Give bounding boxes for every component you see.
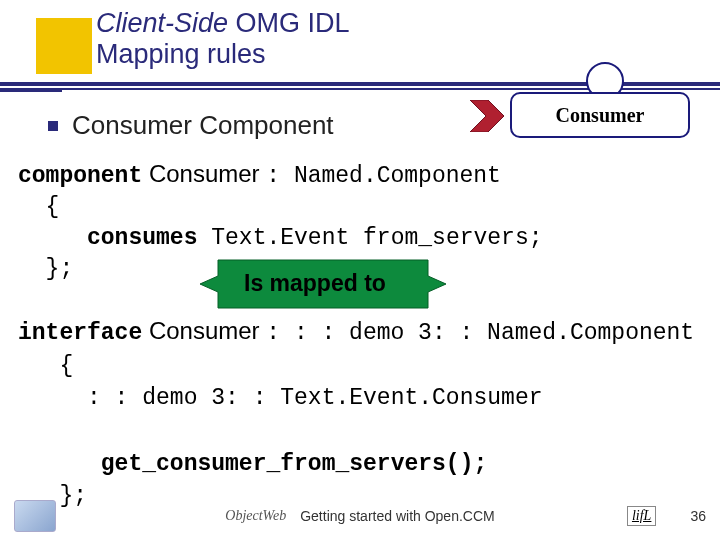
bullet-icon [48, 121, 58, 131]
footer-left [14, 500, 56, 532]
lifl-logo: lifL [627, 506, 656, 526]
code1-l3-rest: Text.Event from_servers; [197, 225, 542, 251]
consumer-receptacle-arrow-icon [470, 100, 506, 132]
title-line2: Mapping rules [96, 39, 266, 69]
svg-marker-0 [470, 100, 504, 132]
code2-l1-rest: : : : demo 3: : Named.Component [266, 320, 694, 346]
objectweb-logo: ObjectWeb [225, 508, 286, 524]
code1-l2: { [18, 194, 59, 220]
code1-name: Consumer [142, 160, 266, 187]
code2-l2: { [18, 353, 73, 379]
footer-logo-icon [14, 500, 56, 532]
slide-title: Client-Side OMG IDL Mapping rules [38, 8, 680, 70]
kw-component: component [18, 163, 142, 189]
consumer-component-label: Consumer [556, 104, 645, 127]
footer-right: lifL 36 [627, 506, 706, 526]
consumer-component-box: Consumer [510, 92, 690, 138]
title-line1-italic: Client-Side [96, 8, 228, 38]
code2-l5: get_consumer_from_servers(); [18, 451, 487, 477]
interface-code-block: interface Consumer : : : demo 3: : Named… [18, 314, 702, 513]
footer-caption: Getting started with Open.CCM [300, 508, 495, 524]
kw-interface: interface [18, 320, 142, 346]
bullet-text: Consumer Component [72, 110, 334, 141]
kw-consumes: consumes [18, 225, 197, 251]
code1-l4: }; [18, 256, 73, 282]
title-block: Client-Side OMG IDL Mapping rules [38, 8, 680, 70]
title-rule-short [0, 90, 62, 92]
slide: Client-Side OMG IDL Mapping rules Consum… [0, 0, 720, 540]
title-line1-rest: OMG IDL [228, 8, 350, 38]
slide-footer: ObjectWeb Getting started with Open.CCM … [0, 500, 720, 534]
page-number: 36 [690, 508, 706, 524]
code2-l3: : : demo 3: : Text.Event.Consumer [18, 385, 543, 411]
code2-name: Consumer [142, 317, 266, 344]
footer-center: ObjectWeb Getting started with Open.CCM [225, 508, 494, 524]
bullet-consumer-component: Consumer Component [48, 110, 334, 141]
mapped-label: Is mapped to [238, 270, 392, 297]
code1-rest: : Named.Component [266, 163, 501, 189]
